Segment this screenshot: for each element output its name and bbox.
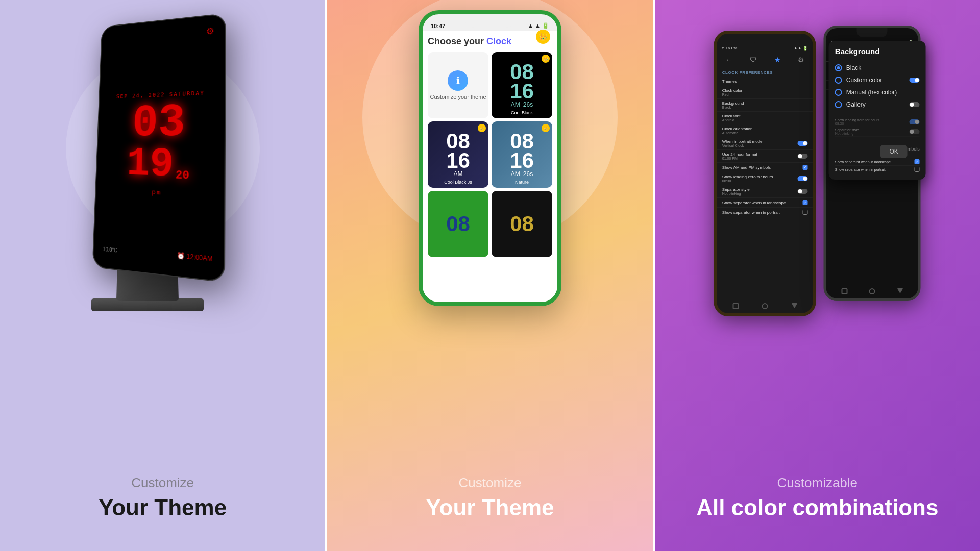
- preview-mins-1: 16: [510, 82, 534, 101]
- radio-custom-label: Custom color: [846, 77, 883, 84]
- left-nav-bar: [717, 299, 813, 313]
- pref-row-sep-landscape: Show separator when in landscape ✓: [717, 198, 813, 208]
- right-phone-container: 5:16 PM ▲▲ 🔋 ← 🛡 ★ ⚙ CLOCK PREFERENCES T…: [824, 10, 921, 301]
- checkbox-sep-portrait-2[interactable]: [915, 167, 920, 172]
- left-phone: 5:16 PM ▲▲ 🔋 ← 🛡 ★ ⚙ CLOCK PREFERENCES T…: [714, 31, 816, 316]
- radio-black[interactable]: [835, 64, 842, 71]
- clock-cell-gold[interactable]: 08: [492, 191, 552, 257]
- dialog-below-row2: Separator style Not blinking: [835, 127, 920, 137]
- checkbox-sep-landscape-2[interactable]: ✓: [915, 159, 920, 164]
- clock-cell-cool-black[interactable]: 👑 08 16 AM 26s Cool Black: [492, 52, 552, 118]
- nav-square: [732, 303, 739, 309]
- rnav-home: [869, 288, 875, 294]
- clock-cell-cool-black-js[interactable]: 👑 08 16 AM Cool Black Js: [428, 121, 488, 188]
- phone-notch-center: [464, 14, 516, 28]
- preview-bottom-3: AM 26s: [511, 170, 533, 178]
- clock-seconds: 20: [175, 170, 189, 182]
- preview-mins-3: 16: [510, 151, 534, 170]
- background-dialog: Background Black Custom color: [829, 41, 921, 180]
- tab-star[interactable]: ★: [771, 55, 784, 65]
- phones-container: 5:16 PM ▲▲ 🔋 ← 🛡 ★ ⚙ CLOCK PREFERENCES T…: [714, 10, 921, 316]
- radio-manual-label: Manual (hex color): [846, 89, 897, 96]
- pref-row-sep-portrait: Show separator when in portrait: [717, 208, 813, 217]
- panel2-caption-main: Your Theme: [426, 495, 554, 520]
- clock-grid: ℹ Customize your theme 👑 08 16 AM 26s Co…: [428, 52, 552, 257]
- preview-am-2: AM: [453, 170, 462, 178]
- clock-alarm: ⏰ 12:00AM: [177, 252, 213, 263]
- pref-row-portrait: When in portrait mode Vertical Clock: [717, 137, 813, 150]
- checkbox-sep-landscape[interactable]: ✓: [803, 200, 808, 205]
- cell-label-3: Nature: [515, 180, 529, 185]
- panel1-caption-sub: Customize: [99, 475, 227, 491]
- ok-button[interactable]: OK: [880, 145, 907, 158]
- left-phone-notch: [750, 34, 780, 43]
- ok-suffix: mbols: [908, 146, 920, 152]
- pref-row-clockfont: Clock font Android: [717, 112, 813, 124]
- crown-cell-3: 👑: [542, 124, 550, 132]
- tab-shield[interactable]: 🛡: [747, 55, 760, 65]
- checkbox-sep-portrait[interactable]: [803, 210, 808, 215]
- phone-center: 10:47 ▲ ▲ 🔋 👑 Choose your Clock ℹ Custom…: [419, 10, 561, 306]
- status-icons: ▲ ▲ 🔋: [528, 22, 549, 29]
- toggle-separator-2: [910, 129, 920, 134]
- phone-screen-dark: ⚙ SEP 24, 2022 SATURDAY 03 19 20 pm 10.0…: [93, 14, 225, 282]
- radio-row-custom[interactable]: Custom color: [835, 74, 920, 86]
- checkbox-ampm[interactable]: ✓: [803, 165, 808, 170]
- divider-2: [653, 0, 655, 551]
- cell-label-1: Cool Black: [511, 110, 533, 115]
- pref-row-themes: Themes: [717, 77, 813, 86]
- nav-back: [791, 303, 797, 308]
- preview-mins-2: 16: [446, 151, 470, 170]
- radio-manual[interactable]: [835, 89, 842, 96]
- clock-minutes: 19 20: [126, 143, 190, 186]
- clock-hours: 03: [132, 102, 186, 144]
- left-phone-time: 5:16 PM: [722, 46, 738, 51]
- left-phone-topbar: 5:16 PM ▲▲ 🔋: [717, 43, 813, 53]
- dialog-below-row3: Show separator when in landscape ✓: [835, 158, 920, 166]
- clock-cell-green[interactable]: 08: [428, 191, 488, 257]
- toggle-gallery[interactable]: [910, 102, 920, 107]
- radio-custom[interactable]: [835, 77, 842, 84]
- radio-row-black[interactable]: Black: [835, 62, 920, 74]
- pref-row-background: Background Black: [717, 99, 813, 112]
- pref-row-24h: Use 24-hour format 01:00 PM: [717, 150, 813, 163]
- pref-row-separator: Separator style Not blinking: [717, 185, 813, 198]
- status-time: 10:47: [431, 23, 445, 29]
- panel3-caption-sub: Customizable: [696, 475, 938, 491]
- phone-stand-wrapper: ⚙ SEP 24, 2022 SATURDAY 03 19 20 pm 10.0…: [76, 15, 250, 311]
- tab-settings[interactable]: ⚙: [795, 55, 807, 65]
- panel-2: 10:47 ▲ ▲ 🔋 👑 Choose your Clock ℹ Custom…: [327, 0, 652, 551]
- pref-row-clockcolor: Clock color Red: [717, 86, 813, 99]
- clock-cell-customize[interactable]: ℹ Customize your theme: [428, 52, 488, 118]
- dialog-title: Background: [835, 47, 920, 56]
- radio-row-manual[interactable]: Manual (hex color): [835, 86, 920, 98]
- toggle-custom-color[interactable]: [910, 78, 920, 83]
- tab-back[interactable]: ←: [723, 55, 736, 65]
- left-prefs-title: CLOCK PREFERENCES: [717, 67, 813, 77]
- left-phone-signal: ▲▲ 🔋: [794, 46, 808, 51]
- dialog-below-row4: Show separator when in portrait: [835, 166, 920, 173]
- toggle-24h[interactable]: [798, 154, 808, 159]
- rnav-back: [897, 288, 903, 293]
- clock-temp: 10.0°C: [103, 246, 117, 254]
- radio-gallery[interactable]: [835, 101, 842, 108]
- toggle-separator[interactable]: [798, 189, 808, 194]
- toggle-leading[interactable]: [798, 176, 808, 181]
- right-nav-bar: [826, 284, 918, 298]
- clock-cell-nature[interactable]: 👑 08 16 AM 26s Nature: [492, 121, 552, 188]
- left-phone-tabs: ← 🛡 ★ ⚙: [717, 53, 813, 67]
- dialog-below-row1: Show leading zero for hours 08:30: [835, 117, 920, 127]
- panel1-caption: Customize Your Theme: [99, 475, 227, 520]
- phone-content: Choose your Clock ℹ Customize your theme…: [423, 31, 557, 302]
- nav-home: [762, 303, 768, 309]
- phone-tilted: ⚙ SEP 24, 2022 SATURDAY 03 19 20 pm 10.0…: [92, 13, 226, 283]
- panel-1: ⚙ SEP 24, 2022 SATURDAY 03 19 20 pm 10.0…: [0, 0, 325, 551]
- preview-hours-5: 08: [510, 214, 534, 234]
- radio-row-gallery[interactable]: Gallery: [835, 98, 920, 111]
- clock-ampm: pm: [152, 188, 162, 196]
- toggle-portrait[interactable]: [798, 141, 808, 146]
- ok-row: OK mbols: [835, 140, 920, 158]
- panel2-caption-sub: Customize: [426, 475, 554, 491]
- panel2-caption: Customize Your Theme: [426, 475, 554, 520]
- right-phone-notch: [857, 28, 888, 37]
